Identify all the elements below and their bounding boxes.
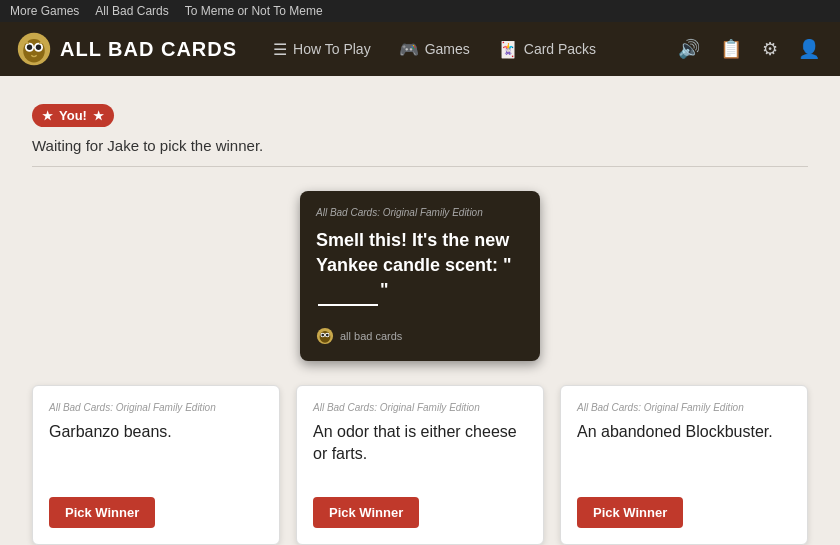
top-section: ★ You! ★ Waiting for Jake to pick the wi… (16, 92, 824, 191)
black-card-edition: All Bad Cards: Original Family Edition (316, 207, 524, 218)
games-icon: 🎮 (399, 40, 419, 59)
more-games-link[interactable]: More Games (10, 4, 79, 18)
white-card-3: All Bad Cards: Original Family Edition A… (560, 385, 808, 545)
white-cards-row: All Bad Cards: Original Family Edition G… (32, 377, 808, 545)
black-card-footer-text: all bad cards (340, 330, 402, 342)
badge-star-left: ★ (42, 109, 53, 123)
white-card-1-text: Garbanzo beans. (49, 421, 263, 443)
white-cards-section: All Bad Cards: Original Family Edition G… (16, 377, 824, 545)
blank-space (318, 278, 378, 305)
to-meme-link[interactable]: To Meme or Not To Meme (185, 4, 323, 18)
card-packs-link[interactable]: 🃏 Card Packs (486, 34, 608, 65)
you-badge-label: You! (59, 108, 87, 123)
how-to-play-icon: ☰ (273, 40, 287, 59)
brand-title: ALL BAD CARDS (60, 38, 237, 61)
svg-point-10 (321, 334, 324, 337)
white-card-3-text: An abandoned Blockbuster. (577, 421, 791, 443)
footer-owl-icon (316, 327, 334, 345)
sound-button[interactable]: 🔊 (674, 34, 704, 64)
svg-point-11 (326, 334, 329, 337)
nav-right: 🔊 📋 ⚙ 👤 (674, 34, 824, 64)
how-to-play-label: How To Play (293, 41, 371, 57)
svg-point-7 (320, 331, 331, 343)
how-to-play-link[interactable]: ☰ How To Play (261, 34, 383, 65)
all-bad-cards-link[interactable]: All Bad Cards (95, 4, 168, 18)
white-card-2: All Bad Cards: Original Family Edition A… (296, 385, 544, 545)
clipboard-button[interactable]: 📋 (716, 34, 746, 64)
white-card-1-edition: All Bad Cards: Original Family Edition (49, 402, 263, 413)
white-card-1: All Bad Cards: Original Family Edition G… (32, 385, 280, 545)
brand: ALL BAD CARDS (16, 31, 237, 67)
content-area: ★ You! ★ Waiting for Jake to pick the wi… (0, 76, 840, 545)
browser-bar: More Games All Bad Cards To Meme or Not … (0, 0, 840, 22)
owl-logo-icon (16, 31, 52, 67)
white-card-3-edition: All Bad Cards: Original Family Edition (577, 402, 791, 413)
games-link[interactable]: 🎮 Games (387, 34, 482, 65)
card-packs-label: Card Packs (524, 41, 596, 57)
svg-point-4 (27, 45, 32, 50)
black-card-section: All Bad Cards: Original Family Edition S… (16, 191, 824, 377)
pick-winner-button-3[interactable]: Pick Winner (577, 497, 683, 528)
white-card-2-text: An odor that is either cheese or farts. (313, 421, 527, 466)
white-card-2-edition: All Bad Cards: Original Family Edition (313, 402, 527, 413)
black-card-text: Smell this! It's the new Yankee candle s… (316, 228, 524, 315)
nav-links: ☰ How To Play 🎮 Games 🃏 Card Packs (261, 34, 674, 65)
user-button[interactable]: 👤 (794, 34, 824, 64)
main-nav: ALL BAD CARDS ☰ How To Play 🎮 Games 🃏 Ca… (0, 22, 840, 76)
settings-button[interactable]: ⚙ (758, 34, 782, 64)
black-card-footer: all bad cards (316, 327, 524, 345)
games-label: Games (425, 41, 470, 57)
card-packs-icon: 🃏 (498, 40, 518, 59)
svg-point-5 (36, 45, 41, 50)
you-badge: ★ You! ★ (32, 104, 114, 127)
badge-star-right: ★ (93, 109, 104, 123)
black-question-card: All Bad Cards: Original Family Edition S… (300, 191, 540, 361)
pick-winner-button-1[interactable]: Pick Winner (49, 497, 155, 528)
pick-winner-button-2[interactable]: Pick Winner (313, 497, 419, 528)
waiting-text: Waiting for Jake to pick the winner. (32, 137, 808, 167)
